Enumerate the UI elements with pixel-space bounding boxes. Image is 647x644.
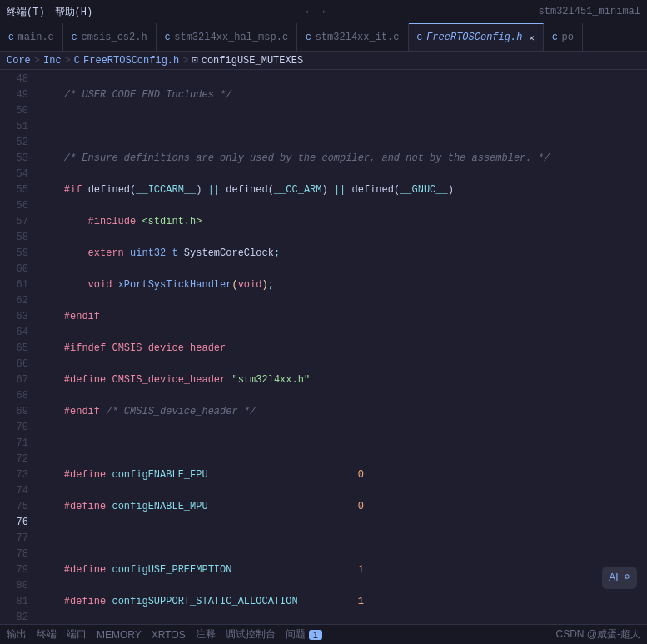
ai-search-icon: ⌕ — [624, 570, 630, 586]
breadcrumb-symbol[interactable]: configUSE_MUTEXES — [202, 55, 303, 67]
breadcrumb: Core > Inc > C FreeRTOSConfig.h > ⊡ conf… — [0, 52, 647, 70]
tab-label: main.c — [18, 32, 54, 43]
title-bar: 终端(T) 帮助(H) ← → stm32l451_minimal — [0, 0, 647, 23]
tab-stm32-it[interactable]: C stm32l4xx_it.c — [297, 23, 408, 51]
status-right-text: CSDN @咸蛋-超人 — [555, 627, 640, 642]
tabs-bar: C main.c C cmsis_os2.h C stm32l4xx_hal_m… — [0, 23, 647, 52]
line-numbers: 48 49 50 51 52 53 54 55 56 57 58 59 60 6… — [0, 70, 35, 624]
breadcrumb-file[interactable]: FreeRTOSConfig.h — [83, 55, 179, 67]
status-output[interactable]: 输出 — [7, 627, 27, 642]
nav-back-arrow[interactable]: ← — [306, 5, 312, 18]
status-debug-console[interactable]: 调试控制台 — [226, 627, 276, 642]
tab-label: cmsis_os2.h — [81, 32, 147, 43]
problems-badge: 1 — [309, 630, 322, 640]
tab-stm32-hal-msp[interactable]: C stm32l4xx_hal_msp.c — [157, 23, 297, 51]
editor: 48 49 50 51 52 53 54 55 56 57 58 59 60 6… — [0, 70, 647, 624]
breadcrumb-c-icon: C — [74, 55, 80, 67]
status-xrtos[interactable]: XRTOS — [152, 629, 186, 641]
tab-main-c[interactable]: C main.c — [0, 23, 63, 51]
status-bar: 输出 终端 端口 MEMORY XRTOS 注释 调试控制台 问题 1 CSDN… — [0, 624, 647, 644]
c-file-icon: C — [417, 32, 423, 42]
nav-forward-arrow[interactable]: → — [318, 5, 325, 18]
c-file-icon: C — [8, 32, 14, 42]
c-file-icon: C — [306, 32, 311, 42]
tab-label: FreeRTOSConfig.h — [426, 32, 522, 43]
status-terminal[interactable]: 终端 — [37, 627, 57, 642]
status-memory[interactable]: MEMORY — [97, 629, 142, 641]
tab-label: stm32l4xx_it.c — [316, 32, 400, 43]
ai-label: AI — [609, 570, 618, 586]
tab-label: stm32l4xx_hal_msp.c — [174, 32, 288, 43]
menu-help[interactable]: 帮助(H) — [55, 5, 93, 19]
status-comment[interactable]: 注释 — [196, 627, 216, 642]
c-file-icon: C — [165, 32, 171, 42]
search-placeholder[interactable]: stm32l451_minimal — [539, 6, 640, 17]
c-file-icon: C — [552, 32, 558, 42]
tab-close-icon[interactable]: ✕ — [529, 32, 535, 43]
breadcrumb-symbol-icon: ⊡ — [192, 54, 197, 67]
status-port[interactable]: 端口 — [67, 627, 87, 642]
breadcrumb-core[interactable]: Core — [7, 55, 31, 67]
tab-cmsis-os2[interactable]: C cmsis_os2.h — [63, 23, 157, 51]
breadcrumb-inc[interactable]: Inc — [43, 55, 62, 67]
c-file-icon: C — [72, 32, 77, 42]
ai-badge: AI ⌕ — [602, 567, 637, 589]
tab-po[interactable]: C po — [544, 23, 583, 51]
tab-label: po — [562, 32, 574, 43]
menu-terminal[interactable]: 终端(T) — [7, 5, 45, 19]
tab-freertos-config[interactable]: C FreeRTOSConfig.h ✕ — [409, 23, 544, 51]
status-problems[interactable]: 问题 1 — [286, 627, 322, 642]
code-content[interactable]: /* USER CODE END Includes */ /* Ensure d… — [35, 70, 647, 624]
